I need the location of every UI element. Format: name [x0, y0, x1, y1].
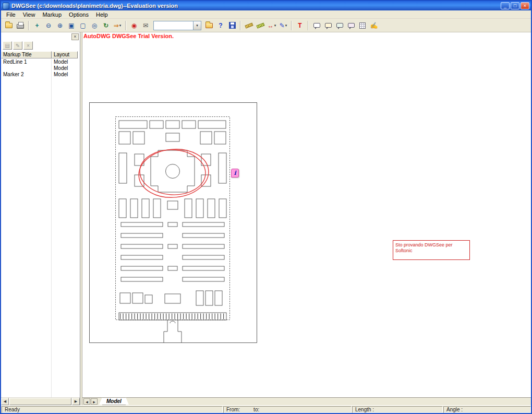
website-button[interactable]: ◉ [128, 20, 140, 31]
next-view-icon: ⇒ [114, 22, 119, 29]
scroll-right-icon[interactable]: ▶ [72, 398, 80, 405]
comment-leader-button[interactable] [345, 20, 357, 31]
trial-notice: AutoDWG DWGSee Trial Version. [83, 33, 174, 39]
help-button[interactable]: ? [215, 20, 226, 31]
column-header-markup-title[interactable]: Markup Title [1, 51, 52, 58]
main-area: × ▤ ✎ × Markup Title Layout RedLine 1 Mo… [1, 32, 531, 405]
refresh-icon: ↻ [103, 22, 108, 29]
markup-title-cell: Marker 2 [1, 72, 52, 77]
zoom-window-icon: ▣ [68, 22, 74, 29]
website-icon: ◉ [131, 22, 137, 29]
zoom-out-button[interactable]: ⊖ [43, 20, 54, 31]
markup-panel-toolbar: ▤ ✎ × [1, 41, 80, 51]
toolbar-separator [240, 21, 241, 30]
zoom-in-icon: ⊕ [57, 22, 63, 29]
markup-edit-button[interactable]: ✎ [13, 41, 22, 50]
annotation-text-box[interactable]: Sto provando DWGSee per Softonic [393, 240, 470, 260]
save-markup-button[interactable] [226, 20, 238, 31]
window-title: DWGSee (c:\downloads\planimetria.dwg)--E… [11, 3, 500, 9]
minimize-button[interactable]: _ [501, 2, 510, 9]
status-ready: Ready [2, 406, 223, 413]
tab-model[interactable]: Model [102, 398, 126, 405]
open-folder-icon [5, 23, 13, 28]
comment-rounded-button[interactable] [322, 20, 334, 31]
measure-area-button[interactable] [255, 20, 266, 31]
close-button[interactable]: × [521, 2, 529, 9]
floor-plan-drawing [89, 102, 261, 346]
markup-title-cell: RedLine 1 [1, 59, 52, 65]
zoom-in-button[interactable]: ⊕ [54, 20, 66, 31]
scroll-left-icon[interactable]: ◀ [1, 398, 9, 405]
menu-options[interactable]: Options [65, 11, 92, 18]
text-markup-button[interactable]: T [294, 20, 306, 31]
menu-view[interactable]: View [19, 11, 39, 18]
comment-balloon-icon [313, 23, 320, 28]
layout-combo-input[interactable] [154, 21, 193, 30]
help-icon: ? [219, 22, 222, 29]
layout-combo[interactable]: ▾ [153, 21, 201, 30]
zoom-window-button[interactable]: ▣ [66, 20, 77, 31]
panel-horizontal-scrollbar[interactable]: ◀ ▶ [1, 397, 80, 405]
table-row[interactable]: RedLine 1 Model [1, 58, 80, 65]
markup-panel: × ▤ ✎ × Markup Title Layout RedLine 1 Mo… [1, 32, 80, 405]
maximize-button[interactable]: □ [511, 2, 519, 9]
zoom-extents-button[interactable]: ▢ [77, 20, 89, 31]
refresh-button[interactable]: ↻ [100, 20, 112, 31]
comment-balloon-icon [348, 23, 355, 28]
area-ruler-icon [256, 22, 264, 28]
tab-scroll-right-icon[interactable]: ▶ [91, 398, 98, 405]
status-from-label: From: [226, 407, 240, 412]
markup-panel-header: × [1, 32, 80, 41]
titlebar[interactable]: DWGSee (c:\downloads\planimetria.dwg)--E… [1, 1, 531, 10]
comment-balloon-icon [325, 23, 332, 28]
print-button[interactable] [15, 20, 26, 31]
markup-table-body: RedLine 1 Model Model Marker 2 Model [1, 58, 80, 397]
comment-cloud-button[interactable] [334, 20, 345, 31]
app-icon [3, 3, 9, 9]
markup-delete-button[interactable]: × [23, 41, 33, 50]
pan-icon: + [35, 22, 39, 29]
column-header-layout[interactable]: Layout [52, 51, 78, 58]
markup-folder-icon [205, 23, 213, 28]
dimension-icon: ↔ [268, 22, 274, 29]
menu-help[interactable]: Help [92, 11, 112, 18]
drawing-canvas[interactable]: AutoDWG DWGSee Trial Version. [82, 32, 531, 397]
next-view-button[interactable]: ⇒▾ [112, 20, 123, 31]
scrollbar-thumb[interactable] [9, 398, 71, 405]
menu-file[interactable]: File [3, 11, 19, 18]
markup-view-button[interactable]: ▤ [3, 41, 12, 50]
measure-distance-button[interactable] [243, 20, 255, 31]
toolbar-separator [28, 21, 29, 30]
dimension-dropdown-icon[interactable]: ▾ [274, 23, 276, 28]
next-view-dropdown-icon[interactable]: ▾ [119, 23, 122, 28]
open-button[interactable] [3, 20, 15, 31]
comment-balloon-icon [336, 23, 343, 28]
toolbar-separator [308, 21, 309, 30]
zoom-magnifier-button[interactable]: ◎ [89, 20, 100, 31]
table-row[interactable]: Marker 2 Model [1, 71, 80, 77]
markup-table-header: Markup Title Layout [1, 51, 80, 58]
tab-scroll-left-icon[interactable]: ◀ [83, 398, 90, 405]
pen-dropdown-icon[interactable]: ▾ [285, 23, 287, 28]
new-markup-button[interactable] [203, 20, 215, 31]
marker-2-markup[interactable]: i [231, 169, 239, 178]
pen-icon: ✎ [280, 22, 285, 29]
pen-markup-button[interactable]: ✎▾ [277, 20, 289, 31]
redline-hand-button[interactable]: ✍ [368, 20, 380, 31]
dimension-button[interactable]: ↔▾ [266, 20, 277, 31]
text-icon: T [298, 22, 301, 29]
combo-dropdown-icon[interactable]: ▾ [193, 21, 201, 30]
comment-rect-button[interactable] [311, 20, 322, 31]
send-button[interactable]: ✉ [140, 20, 151, 31]
save-disk-icon [229, 22, 236, 29]
pan-button[interactable]: + [31, 20, 43, 31]
hand-pen-icon: ✍ [370, 22, 378, 29]
markup-layout-cell: Model [52, 72, 78, 77]
grid-stamp-icon [359, 22, 366, 29]
panel-close-button[interactable]: × [71, 33, 79, 40]
printer-icon [17, 24, 24, 29]
menubar: File View Markup Options Help [1, 10, 531, 19]
table-row[interactable]: Model [1, 65, 80, 71]
stamp-button[interactable] [357, 20, 368, 31]
menu-markup[interactable]: Markup [39, 11, 65, 18]
